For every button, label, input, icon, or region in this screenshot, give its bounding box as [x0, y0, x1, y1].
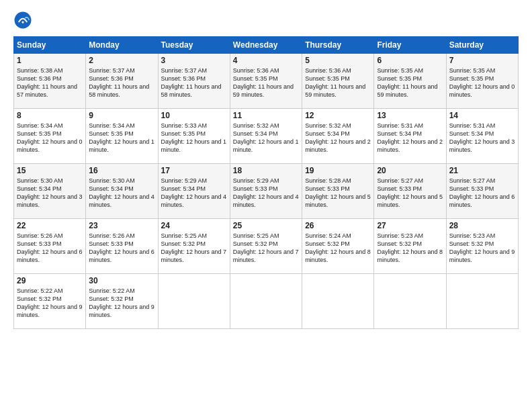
col-header-sunday: Sunday [14, 37, 86, 54]
cell-info: Sunrise: 5:38 AMSunset: 5:36 PMDaylight:… [17, 66, 83, 99]
day-number: 14 [449, 111, 515, 120]
day-cell: 27 Sunrise: 5:23 AMSunset: 5:32 PMDaylig… [374, 219, 446, 274]
day-cell [446, 274, 518, 329]
cell-info: Sunrise: 5:23 AMSunset: 5:32 PMDaylight:… [449, 232, 515, 265]
day-number: 25 [233, 221, 299, 230]
day-number: 10 [161, 111, 227, 120]
cell-info: Sunrise: 5:32 AMSunset: 5:34 PMDaylight:… [305, 122, 371, 154]
day-number: 16 [89, 166, 154, 175]
week-row-5: 29 Sunrise: 5:22 AMSunset: 5:32 PMDaylig… [14, 274, 519, 329]
svg-point-1 [21, 21, 24, 24]
header [13, 11, 519, 30]
cell-info: Sunrise: 5:26 AMSunset: 5:33 PMDaylight:… [89, 232, 154, 265]
day-cell: 7 Sunrise: 5:35 AMSunset: 5:35 PMDayligh… [446, 54, 518, 109]
day-cell: 5 Sunrise: 5:36 AMSunset: 5:35 PMDayligh… [302, 54, 374, 109]
day-number: 17 [161, 166, 227, 175]
day-cell: 30 Sunrise: 5:22 AMSunset: 5:32 PMDaylig… [86, 274, 158, 329]
logo [13, 11, 35, 30]
day-number: 27 [377, 221, 443, 230]
cell-info: Sunrise: 5:27 AMSunset: 5:33 PMDaylight:… [449, 177, 515, 210]
day-cell: 12 Sunrise: 5:32 AMSunset: 5:34 PMDaylig… [302, 109, 374, 164]
day-cell: 13 Sunrise: 5:31 AMSunset: 5:34 PMDaylig… [374, 109, 446, 164]
day-number: 20 [377, 166, 443, 175]
cell-info: Sunrise: 5:36 AMSunset: 5:35 PMDaylight:… [305, 66, 371, 99]
cell-info: Sunrise: 5:31 AMSunset: 5:34 PMDaylight:… [449, 122, 515, 154]
cell-info: Sunrise: 5:29 AMSunset: 5:34 PMDaylight:… [161, 177, 227, 210]
cell-info: Sunrise: 5:23 AMSunset: 5:32 PMDaylight:… [377, 232, 443, 265]
week-row-1: 1 Sunrise: 5:38 AMSunset: 5:36 PMDayligh… [14, 54, 519, 109]
cell-info: Sunrise: 5:35 AMSunset: 5:35 PMDaylight:… [377, 66, 443, 99]
col-header-wednesday: Wednesday [230, 37, 302, 54]
day-number: 26 [305, 221, 371, 230]
week-row-2: 8 Sunrise: 5:34 AMSunset: 5:35 PMDayligh… [14, 109, 519, 164]
day-cell: 21 Sunrise: 5:27 AMSunset: 5:33 PMDaylig… [446, 164, 518, 219]
day-cell: 6 Sunrise: 5:35 AMSunset: 5:35 PMDayligh… [374, 54, 446, 109]
day-cell: 25 Sunrise: 5:25 AMSunset: 5:32 PMDaylig… [230, 219, 302, 274]
day-number: 4 [233, 56, 299, 65]
day-cell: 24 Sunrise: 5:25 AMSunset: 5:32 PMDaylig… [158, 219, 230, 274]
col-header-friday: Friday [374, 37, 446, 54]
day-number: 6 [377, 56, 443, 65]
day-number: 18 [233, 166, 299, 175]
day-cell: 14 Sunrise: 5:31 AMSunset: 5:34 PMDaylig… [446, 109, 518, 164]
day-number: 22 [17, 221, 83, 230]
day-cell: 1 Sunrise: 5:38 AMSunset: 5:36 PMDayligh… [14, 54, 86, 109]
day-cell: 19 Sunrise: 5:28 AMSunset: 5:33 PMDaylig… [302, 164, 374, 219]
day-number: 29 [17, 276, 83, 285]
day-cell: 22 Sunrise: 5:26 AMSunset: 5:33 PMDaylig… [14, 219, 86, 274]
cell-info: Sunrise: 5:30 AMSunset: 5:34 PMDaylight:… [89, 177, 154, 210]
day-cell: 17 Sunrise: 5:29 AMSunset: 5:34 PMDaylig… [158, 164, 230, 219]
day-number: 2 [89, 56, 154, 65]
logo-icon [13, 11, 32, 30]
day-number: 24 [161, 221, 227, 230]
day-number: 15 [17, 166, 83, 175]
cell-info: Sunrise: 5:31 AMSunset: 5:34 PMDaylight:… [377, 122, 443, 154]
page: SundayMondayTuesdayWednesdayThursdayFrid… [0, 0, 532, 411]
cell-info: Sunrise: 5:22 AMSunset: 5:32 PMDaylight:… [17, 287, 83, 320]
cell-info: Sunrise: 5:37 AMSunset: 5:36 PMDaylight:… [161, 66, 227, 99]
day-number: 9 [89, 111, 154, 120]
cell-info: Sunrise: 5:29 AMSunset: 5:33 PMDaylight:… [233, 177, 299, 210]
week-row-3: 15 Sunrise: 5:30 AMSunset: 5:34 PMDaylig… [14, 164, 519, 219]
cell-info: Sunrise: 5:36 AMSunset: 5:35 PMDaylight:… [233, 66, 299, 99]
day-number: 12 [305, 111, 371, 120]
day-cell: 11 Sunrise: 5:32 AMSunset: 5:34 PMDaylig… [230, 109, 302, 164]
day-number: 13 [377, 111, 443, 120]
day-cell [302, 274, 374, 329]
day-number: 28 [449, 221, 515, 230]
col-header-monday: Monday [86, 37, 158, 54]
day-number: 11 [233, 111, 299, 120]
day-number: 7 [449, 56, 515, 65]
day-number: 19 [305, 166, 371, 175]
day-number: 21 [449, 166, 515, 175]
day-number: 8 [17, 111, 83, 120]
day-cell: 20 Sunrise: 5:27 AMSunset: 5:33 PMDaylig… [374, 164, 446, 219]
cell-info: Sunrise: 5:26 AMSunset: 5:33 PMDaylight:… [17, 232, 83, 265]
cell-info: Sunrise: 5:34 AMSunset: 5:35 PMDaylight:… [89, 122, 154, 154]
day-number: 3 [161, 56, 227, 65]
week-row-4: 22 Sunrise: 5:26 AMSunset: 5:33 PMDaylig… [14, 219, 519, 274]
day-cell [158, 274, 230, 329]
cell-info: Sunrise: 5:22 AMSunset: 5:32 PMDaylight:… [89, 287, 154, 320]
cell-info: Sunrise: 5:30 AMSunset: 5:34 PMDaylight:… [17, 177, 83, 210]
day-cell: 28 Sunrise: 5:23 AMSunset: 5:32 PMDaylig… [446, 219, 518, 274]
col-header-saturday: Saturday [446, 37, 518, 54]
calendar-table: SundayMondayTuesdayWednesdayThursdayFrid… [13, 36, 519, 329]
cell-info: Sunrise: 5:37 AMSunset: 5:36 PMDaylight:… [89, 66, 154, 99]
cell-info: Sunrise: 5:28 AMSunset: 5:33 PMDaylight:… [305, 177, 371, 210]
day-cell: 9 Sunrise: 5:34 AMSunset: 5:35 PMDayligh… [86, 109, 158, 164]
cell-info: Sunrise: 5:24 AMSunset: 5:32 PMDaylight:… [305, 232, 371, 265]
day-cell: 10 Sunrise: 5:33 AMSunset: 5:35 PMDaylig… [158, 109, 230, 164]
cell-info: Sunrise: 5:32 AMSunset: 5:34 PMDaylight:… [233, 122, 299, 154]
col-header-thursday: Thursday [302, 37, 374, 54]
day-cell: 3 Sunrise: 5:37 AMSunset: 5:36 PMDayligh… [158, 54, 230, 109]
day-cell: 15 Sunrise: 5:30 AMSunset: 5:34 PMDaylig… [14, 164, 86, 219]
header-row: SundayMondayTuesdayWednesdayThursdayFrid… [14, 37, 519, 54]
day-cell [230, 274, 302, 329]
day-cell: 16 Sunrise: 5:30 AMSunset: 5:34 PMDaylig… [86, 164, 158, 219]
day-cell: 26 Sunrise: 5:24 AMSunset: 5:32 PMDaylig… [302, 219, 374, 274]
day-cell: 29 Sunrise: 5:22 AMSunset: 5:32 PMDaylig… [14, 274, 86, 329]
cell-info: Sunrise: 5:25 AMSunset: 5:32 PMDaylight:… [233, 232, 299, 265]
col-header-tuesday: Tuesday [158, 37, 230, 54]
cell-info: Sunrise: 5:35 AMSunset: 5:35 PMDaylight:… [449, 66, 515, 99]
